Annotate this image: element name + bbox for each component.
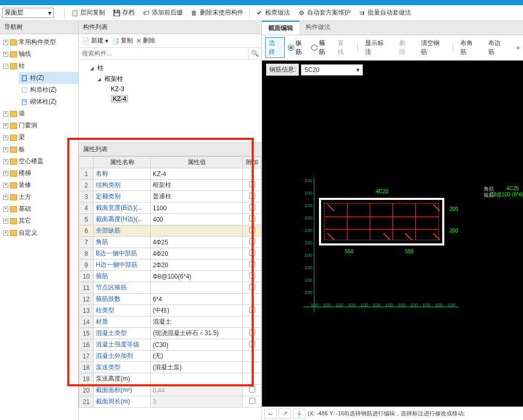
search-input[interactable] bbox=[79, 48, 248, 59]
nav-item-5[interactable]: +梁 bbox=[0, 132, 78, 143]
tree-item-kz4[interactable]: KZ-4 bbox=[109, 94, 262, 104]
checkbox-icon bbox=[249, 193, 255, 199]
folder-icon bbox=[10, 111, 17, 117]
prop-row-9[interactable]: 9H边一侧中部筋2Φ20 bbox=[79, 259, 262, 271]
radio-horizontal[interactable]: 箍筋 bbox=[311, 39, 331, 56]
tick-h: 100 bbox=[385, 302, 393, 308]
prop-row-18[interactable]: 18泵送类型(混凝土泵) bbox=[79, 362, 262, 373]
archive-button[interactable]: 💾存档 bbox=[110, 7, 137, 18]
edge-rebar-button[interactable]: 布边筋 bbox=[485, 38, 510, 57]
prop-row-5[interactable]: 5截面高度(H边)(...400 bbox=[79, 214, 262, 225]
prop-row-16[interactable]: 16混凝土强度等级(C30) bbox=[79, 339, 262, 351]
save-icon: 💾 bbox=[112, 9, 121, 17]
batch-auto-button[interactable]: ⇉批量自动套做法 bbox=[355, 7, 414, 18]
nav-item-3[interactable]: +墙 bbox=[0, 108, 78, 120]
nav-leaf-0[interactable]: 柱(Z) bbox=[19, 72, 78, 84]
nav-item-4[interactable]: +门窗洞 bbox=[0, 120, 78, 132]
prop-row-11[interactable]: 11节点区箍筋 bbox=[79, 282, 262, 294]
copy-button[interactable]: 📑复制 bbox=[111, 36, 133, 45]
radio-vertical[interactable]: 纵筋 bbox=[288, 39, 308, 56]
prop-row-8[interactable]: 8B边一侧中部筋4Φ20 bbox=[79, 248, 262, 259]
select-button[interactable]: 选择 bbox=[265, 37, 285, 58]
tick-h: 100 bbox=[348, 302, 356, 308]
auto-plan-button[interactable]: ⚙自动套方案维护 bbox=[295, 7, 353, 18]
layer-value: 屋面层 bbox=[5, 8, 23, 17]
prop-row-14[interactable]: 14材质混凝土 bbox=[79, 316, 262, 328]
nav-leaf-2[interactable]: 砌体柱(Z) bbox=[19, 96, 78, 108]
search-button[interactable]: 🔍 bbox=[248, 48, 262, 59]
search-icon: 🔍 bbox=[251, 50, 259, 57]
line-button[interactable]: 直线 bbox=[335, 38, 353, 57]
delete-icon: ✕ bbox=[136, 37, 141, 45]
prefix-suffix-button[interactable]: 🏷添加前后缀 bbox=[139, 7, 185, 18]
checkbox-icon bbox=[249, 227, 255, 233]
prop-header: 属性列表 bbox=[79, 142, 262, 156]
tab-section-edit[interactable]: 截面编辑 bbox=[262, 21, 299, 35]
tree-item-kz3[interactable]: KZ-3 bbox=[109, 84, 262, 94]
tree-l1[interactable]: ◢框架柱 bbox=[95, 74, 262, 84]
folder-icon bbox=[10, 147, 17, 153]
check-method-button[interactable]: ✔检查做法 bbox=[253, 7, 293, 18]
nav-item-7[interactable]: +空心楼盖 bbox=[0, 155, 78, 167]
tick-v: 100 bbox=[304, 290, 312, 295]
tick-h: 100 bbox=[447, 302, 455, 308]
prop-row-17[interactable]: 17混凝土外加剂(无) bbox=[79, 351, 262, 362]
nav-leaf-1[interactable]: 构造柱(Z) bbox=[19, 84, 78, 96]
status-btn-3[interactable]: ┼ bbox=[293, 409, 306, 419]
nav-item-10[interactable]: +土方 bbox=[0, 191, 78, 203]
prop-row-19[interactable]: 19泵送高度(m) bbox=[79, 373, 262, 385]
status-btn-1[interactable]: ⌙ bbox=[264, 409, 277, 419]
expand-icon: − bbox=[3, 64, 8, 69]
nav-item-9[interactable]: +装修 bbox=[0, 179, 78, 191]
tab-method[interactable]: 构件做法 bbox=[299, 21, 337, 35]
nav-item-11[interactable]: +基础 bbox=[0, 203, 78, 215]
prop-row-21[interactable]: 21截面周长(m)3 bbox=[79, 396, 262, 408]
layer-select[interactable]: 屋面层 ▾ bbox=[2, 8, 54, 18]
new-button[interactable]: 📄新建 ▾ bbox=[82, 36, 108, 45]
prop-row-12[interactable]: 12箍筋肢数6*4 bbox=[79, 294, 262, 305]
tick-v: 100 bbox=[304, 240, 312, 245]
radio-dot-icon bbox=[311, 45, 317, 51]
nav-item-8[interactable]: +楼梯 bbox=[0, 167, 78, 179]
nav-item-0[interactable]: +常用构件类型 bbox=[0, 36, 78, 48]
show-dim-button[interactable]: 显示标注 bbox=[362, 38, 393, 57]
prop-row-15[interactable]: 15混凝土类型(现浇混凝土碎石＜31.5) bbox=[79, 328, 262, 339]
complist-header: 构件列表 bbox=[79, 21, 262, 34]
prop-row-3[interactable]: 3定额类别普通柱 bbox=[79, 191, 262, 202]
tick-v: 100 bbox=[304, 203, 312, 208]
delete-unused-button[interactable]: 🗑删除未使用构件 bbox=[187, 7, 246, 18]
radio-dot-icon bbox=[288, 45, 294, 51]
clear-rebar-button[interactable]: 清空钢筋 bbox=[418, 38, 449, 57]
checkbox-icon bbox=[249, 204, 255, 210]
tree-root[interactable]: ◢柱 bbox=[88, 63, 262, 74]
tick-v: 100 bbox=[304, 265, 312, 270]
nav-item-2[interactable]: −柱 bbox=[0, 60, 78, 72]
section-drawing: 4C20 200 200 55 bbox=[319, 198, 444, 245]
prop-row-4[interactable]: 4截面宽度(B边)(...1100 bbox=[79, 202, 262, 214]
copy-between-layers-button[interactable]: 📋层间复制 bbox=[68, 7, 108, 18]
nav-item-1[interactable]: +轴线 bbox=[0, 48, 78, 60]
nav-item-6[interactable]: +板 bbox=[0, 143, 78, 155]
section-canvas[interactable]: 角筋 箍筋 4C25 C8@100 (6*4) 4C20 bbox=[262, 79, 523, 407]
prop-row-7[interactable]: 7角筋4Φ25 bbox=[79, 237, 262, 248]
checkbox-icon bbox=[249, 215, 255, 222]
status-btn-2[interactable]: ↗ bbox=[279, 409, 291, 419]
more-icon[interactable]: » bbox=[516, 44, 520, 51]
nav-item-12[interactable]: +其它 bbox=[0, 215, 78, 227]
checkbox-icon bbox=[249, 329, 255, 336]
tick-h: 100 bbox=[360, 302, 368, 308]
prop-row-6[interactable]: 6全部纵筋 bbox=[79, 225, 262, 237]
delete-rebar-button[interactable]: 删除 bbox=[396, 38, 415, 57]
prop-row-1[interactable]: 1名称KZ-4 bbox=[79, 168, 262, 180]
corner-rebar-button[interactable]: 布角筋 bbox=[457, 38, 482, 57]
nav-item-13[interactable]: +自定义 bbox=[0, 227, 78, 239]
delete-button[interactable]: ✕删除 bbox=[136, 36, 155, 45]
prop-row-2[interactable]: 2结构类别框架柱 bbox=[79, 180, 262, 191]
prop-row-20[interactable]: 20截面面积(m²)0.44 bbox=[79, 385, 262, 396]
batch-icon: ⇉ bbox=[358, 9, 366, 17]
checkbox-icon bbox=[249, 181, 255, 187]
rebar-select[interactable]: 5C20▾ bbox=[301, 64, 363, 76]
prop-row-13[interactable]: 13柱类型(中柱) bbox=[79, 305, 262, 316]
checkbox-icon bbox=[249, 398, 255, 404]
prop-row-10[interactable]: 10箍筋Φ8@100(6*4) bbox=[79, 271, 262, 282]
